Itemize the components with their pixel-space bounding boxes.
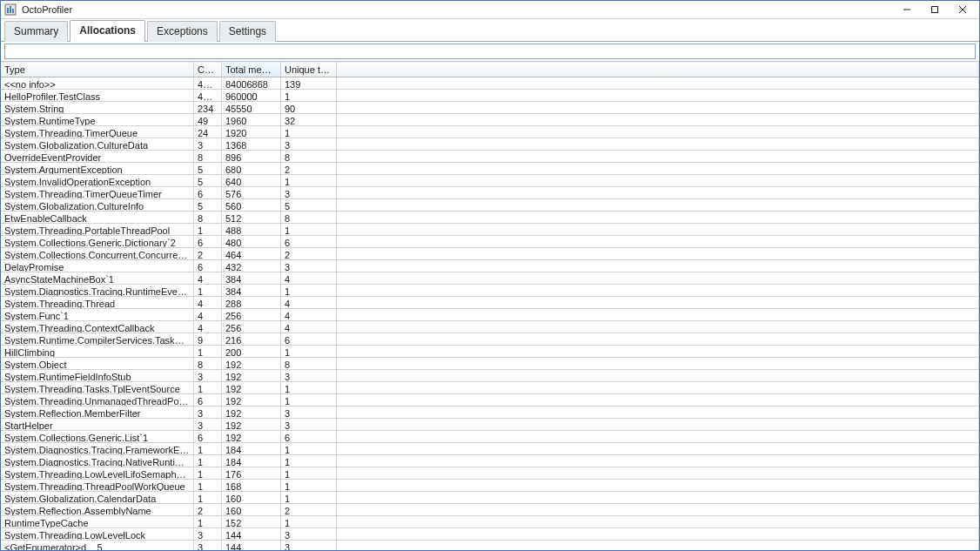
titlebar[interactable]: OctoProfiler (1, 1, 979, 19)
cell-count: 1 (194, 382, 222, 393)
cell-memory: 192 (222, 382, 281, 393)
cell-count: 40171 (194, 77, 222, 89)
cell-spacer (337, 224, 979, 235)
table-row[interactable]: System.Globalization.CultureInfo55605 (1, 199, 979, 212)
table-row[interactable]: System.Runtime.CompilerServices.TaskAwai… (1, 333, 979, 346)
header-unique[interactable]: Unique trace (281, 62, 337, 77)
close-button[interactable] (950, 1, 976, 18)
table-row[interactable]: System.Threading.Tasks.TplEventSource119… (1, 382, 979, 394)
table-row[interactable]: System.Threading.ThreadPoolWorkQueue1168… (1, 480, 979, 492)
cell-type: System.RuntimeFieldInfoStub (1, 370, 194, 381)
table-row[interactable]: RuntimeTypeCache11521 (1, 516, 979, 528)
table-row[interactable]: OverrideEventProvider88968 (1, 151, 979, 163)
table-row[interactable]: System.Threading.PortableThreadPool14881 (1, 224, 979, 236)
cell-type: System.Collections.Generic.Dictionary`2 (1, 236, 194, 247)
table-row[interactable]: System.Collections.Generic.Dictionary`26… (1, 236, 979, 248)
cell-type: System.Collections.Generic.List`1 (1, 431, 194, 442)
cell-type: System.Threading.LowLevelLifoSemaphore (1, 467, 194, 479)
search-input[interactable] (4, 44, 976, 59)
table-row[interactable]: System.Diagnostics.Tracing.NativeRuntime… (1, 455, 979, 467)
cell-type: RuntimeTypeCache (1, 516, 194, 527)
tab-settings[interactable]: Settings (219, 21, 276, 42)
cell-memory: 192 (222, 358, 281, 369)
tab-summary[interactable]: Summary (4, 21, 68, 42)
table-row[interactable]: System.Collections.Generic.List`161926 (1, 431, 979, 443)
table-row[interactable]: HillClimbing12001 (1, 346, 979, 358)
cell-spacer (337, 455, 979, 467)
table-row[interactable]: System.String2344555090 (1, 102, 979, 114)
cell-unique: 1 (281, 285, 337, 296)
table-row[interactable]: System.Threading.LowLevelLock31443 (1, 528, 979, 541)
tab-allocations[interactable]: Allocations (70, 20, 145, 42)
cell-spacer (337, 394, 979, 406)
table-row[interactable]: DelayPromise64323 (1, 260, 979, 272)
cell-count: 1 (194, 285, 222, 296)
table-row[interactable]: System.Diagnostics.Tracing.FrameworkEven… (1, 443, 979, 455)
cell-count: 6 (194, 236, 222, 247)
cell-memory: 680 (222, 163, 281, 174)
table-row[interactable]: <GetEnumerator>d__531443 (1, 541, 979, 550)
table-row[interactable]: EtwEnableCallback85128 (1, 212, 979, 224)
table-body[interactable]: <<no info>>4017184006868139HelloProfiler… (1, 77, 979, 550)
cell-type: System.Threading.TimerQueueTimer (1, 187, 194, 198)
cell-spacer (337, 370, 979, 381)
table-row[interactable]: System.RuntimeFieldInfoStub31923 (1, 370, 979, 382)
table-row[interactable]: System.InvalidOperationException56401 (1, 175, 979, 187)
cell-unique: 4 (281, 297, 337, 308)
cell-type: System.Diagnostics.Tracing.FrameworkEven… (1, 443, 194, 454)
table-row[interactable]: System.Threading.UnmanagedThreadPoolWork… (1, 394, 979, 407)
cell-unique: 1 (281, 382, 337, 393)
cell-spacer (337, 309, 979, 320)
table-row[interactable]: System.Threading.LowLevelLifoSemaphore11… (1, 467, 979, 480)
cell-unique: 2 (281, 504, 337, 515)
table-row[interactable]: System.Reflection.MemberFilter31923 (1, 407, 979, 419)
table-row[interactable]: StartHelper31923 (1, 419, 979, 431)
table-row[interactable]: <<no info>>4017184006868139 (1, 77, 979, 90)
cell-unique: 1 (281, 394, 337, 406)
tab-exceptions[interactable]: Exceptions (147, 21, 218, 42)
cell-memory: 1368 (222, 138, 281, 150)
table-row[interactable]: System.RuntimeType49196032 (1, 114, 979, 126)
cell-spacer (337, 248, 979, 259)
cell-unique: 3 (281, 187, 337, 198)
table-row[interactable]: System.Func`142564 (1, 309, 979, 321)
cell-unique: 3 (281, 419, 337, 430)
table-row[interactable]: System.Threading.Thread42884 (1, 297, 979, 309)
cell-spacer (337, 443, 979, 454)
cell-memory: 192 (222, 407, 281, 418)
cell-memory: 480 (222, 236, 281, 247)
cell-memory: 960000 (222, 90, 281, 101)
cell-type: OverrideEventProvider (1, 151, 194, 162)
cell-unique: 1 (281, 175, 337, 186)
cell-memory: 200 (222, 346, 281, 357)
table-row[interactable]: System.Globalization.CalendarData11601 (1, 492, 979, 504)
table-row[interactable]: System.Collections.Concurrent.Concurrent… (1, 248, 979, 260)
table-row[interactable]: System.Object81928 (1, 358, 979, 370)
table-row[interactable]: System.Threading.TimerQueue2419201 (1, 126, 979, 138)
table-row[interactable]: System.Threading.ContextCallback42564 (1, 321, 979, 333)
table-row[interactable]: System.Globalization.CultureData313683 (1, 138, 979, 151)
cell-unique: 1 (281, 224, 337, 235)
cell-memory: 45550 (222, 102, 281, 113)
header-type[interactable]: Type (1, 62, 194, 77)
table-row[interactable]: AsyncStateMachineBox`143844 (1, 272, 979, 285)
table-row[interactable]: System.Diagnostics.Tracing.RuntimeEventS… (1, 285, 979, 297)
cell-type: System.Reflection.AssemblyName (1, 504, 194, 515)
cell-count: 9 (194, 333, 222, 345)
cell-unique: 4 (281, 321, 337, 333)
cell-count: 2 (194, 504, 222, 515)
table-row[interactable]: System.Threading.TimerQueueTimer65763 (1, 187, 979, 199)
header-count[interactable]: Count (194, 62, 222, 77)
cell-type: System.Func`1 (1, 309, 194, 320)
table-row[interactable]: System.ArgumentException56802 (1, 163, 979, 175)
minimize-button[interactable] (894, 1, 920, 18)
header-memory[interactable]: Total memory (B) (222, 62, 281, 77)
cell-spacer (337, 419, 979, 430)
cell-spacer (337, 151, 979, 162)
cell-type: System.Threading.ContextCallback (1, 321, 194, 333)
cell-memory: 184 (222, 455, 281, 467)
maximize-button[interactable] (922, 1, 948, 18)
cell-count: 8 (194, 358, 222, 369)
table-row[interactable]: HelloProfiler.TestClass400009600001 (1, 90, 979, 102)
table-row[interactable]: System.Reflection.AssemblyName21602 (1, 504, 979, 516)
